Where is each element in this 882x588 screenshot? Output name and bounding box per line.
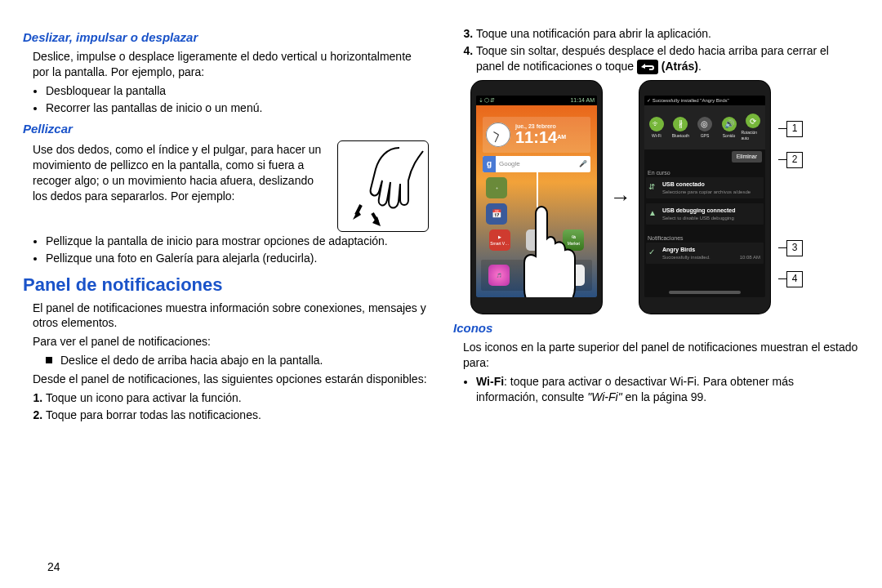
para-panel-intro: El panel de notificaciones muestra infor… bbox=[33, 301, 429, 332]
bullet-wifi-page: en la página 99. bbox=[622, 390, 707, 403]
notif-usb-connected: ⇵ USB conectado Seleccione para copiar a… bbox=[646, 177, 764, 198]
page-number: 24 bbox=[47, 560, 60, 573]
bullet-unlock: Desbloquear la pantalla bbox=[46, 83, 429, 99]
usb-icon: ⇵ bbox=[648, 181, 658, 191]
heading-pellizcar: Pellizcar bbox=[23, 121, 429, 137]
back-key-icon bbox=[637, 60, 658, 74]
toggle-gps: ◎GPS bbox=[693, 105, 717, 149]
google-icon: g bbox=[483, 156, 496, 172]
notif-angry-birds: ✓ Angry Birds Successfully installed. 10… bbox=[646, 243, 764, 264]
para-pinch: Use dos dedos, como el índice y el pulga… bbox=[33, 142, 329, 204]
callout-1: 1 bbox=[786, 121, 803, 137]
install-toast: Successfully installed "Angry Birds" bbox=[653, 98, 729, 103]
add-icon: ＋ bbox=[486, 177, 507, 198]
quick-toggles: ᯤWi-Fi ∦Bluetooth ◎GPS 🔊Sonido ⟳Rotación… bbox=[644, 105, 765, 149]
bullet-pinch-home: Pellizque la pantalla de inicio para mos… bbox=[46, 234, 429, 249]
step-swipe-down-text: Deslice el dedo de arriba hacia abajo en… bbox=[60, 353, 323, 368]
step-swipe-down: Deslice el dedo de arriba hacia abajo en… bbox=[46, 353, 429, 368]
para-slide-intro: Deslice, impulse o desplace ligeramente … bbox=[33, 49, 429, 80]
toggle-sound: 🔊Sonido bbox=[717, 105, 742, 149]
step-4: Toque sin soltar, después desplace el de… bbox=[476, 43, 859, 74]
notif-usb-debugging: ▲ USB debugging connected Select to disa… bbox=[646, 203, 764, 225]
heading-iconos: Iconos bbox=[453, 320, 859, 336]
debug-icon: ▲ bbox=[648, 207, 658, 217]
clock-icon bbox=[486, 122, 510, 147]
step-4-atras: (Atrás) bbox=[662, 60, 698, 73]
smartv-icon: ▶Smart V… bbox=[489, 229, 510, 251]
status-time: 11:14 AM bbox=[570, 96, 595, 104]
callout-3: 3 bbox=[786, 240, 803, 256]
heading-panel-notif: Panel de notificaciones bbox=[23, 273, 429, 297]
widget-time: 11:14AM bbox=[515, 128, 566, 146]
bullet-pinch-gallery: Pellizque una foto en Galería para aleja… bbox=[46, 251, 429, 266]
bullet-wifi-ref: "Wi-Fi" bbox=[587, 390, 621, 403]
para-iconos: Los iconos en la parte superior del pane… bbox=[463, 340, 859, 371]
step-3: Toque una notificación para abrir la apl… bbox=[476, 26, 859, 42]
panel-handle bbox=[669, 291, 742, 294]
phone-notification-panel-illustration: ✓ Successfully installed "Angry Birds" ᯤ… bbox=[639, 81, 770, 314]
callout-4: 4 bbox=[786, 271, 803, 287]
arrow-icon: → bbox=[610, 183, 631, 212]
step-1: Toque un icono para activar la función. bbox=[46, 390, 429, 406]
widget-date: jue., 23 febrero bbox=[515, 122, 566, 130]
callout-2: 2 bbox=[786, 152, 803, 168]
toggle-rotation: ⟳Rotación auto bbox=[741, 105, 765, 149]
finger-drag-icon bbox=[521, 165, 586, 297]
para-panel-ver: Para ver el panel de notificaciones: bbox=[33, 334, 429, 350]
phone-homescreen-illustration: ⇣⬡⇵ 11:14 AM jue., 23 febrero 11:14AM bbox=[471, 81, 602, 314]
heading-deslizar: Deslizar, impulsar o desplazar bbox=[23, 29, 429, 46]
bullet-wifi: Wi-Fi: toque para activar o desactivar W… bbox=[476, 374, 859, 405]
svg-point-3 bbox=[535, 165, 540, 169]
pinch-illustration bbox=[337, 140, 429, 232]
app-install-icon: ✓ bbox=[648, 247, 658, 256]
bullet-wifi-label: Wi-Fi bbox=[476, 375, 504, 388]
bullet-scroll-home: Recorrer las pantallas de inicio o un me… bbox=[46, 100, 429, 116]
square-bullet-icon bbox=[46, 357, 52, 363]
callouts: 1 2 3 4 bbox=[778, 108, 803, 287]
clear-button: Eliminar bbox=[732, 151, 762, 162]
calendar-icon: 📅 bbox=[486, 203, 507, 225]
music-icon: 🎵 bbox=[488, 265, 510, 286]
para-panel-opts: Desde el panel de notificaciones, las si… bbox=[33, 372, 429, 387]
step-2: Toque para borrar todas las notificacion… bbox=[46, 408, 429, 423]
toggle-bluetooth: ∦Bluetooth bbox=[669, 105, 693, 149]
toggle-wifi: ᯤWi-Fi bbox=[644, 105, 669, 149]
